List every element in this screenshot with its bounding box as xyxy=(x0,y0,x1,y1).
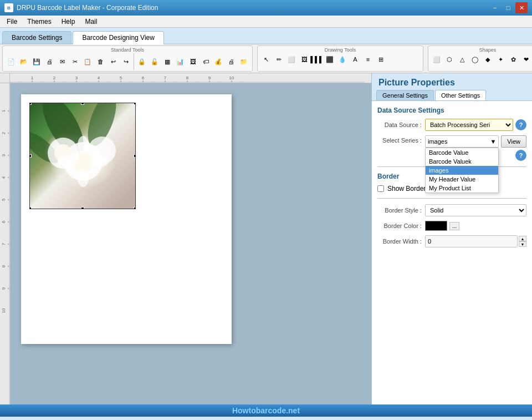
spin-up-btn[interactable]: ▲ xyxy=(519,236,526,241)
series-selected-value: images xyxy=(428,138,447,145)
tab-general-settings[interactable]: General Settings xyxy=(376,90,434,100)
tab-barcode-designing[interactable]: Barcode Designing View xyxy=(73,31,164,44)
tab-other-settings[interactable]: Other Settings xyxy=(435,90,486,100)
data-source-help-btn[interactable]: ? xyxy=(515,119,526,130)
design-surface xyxy=(21,94,232,344)
canvas-area: 1 2 3 4 5 6 7 8 9 10 xyxy=(0,73,371,404)
svg-text:10: 10 xyxy=(1,308,6,313)
svg-text:10: 10 xyxy=(229,75,234,80)
series-option-barcode-value[interactable]: Barcode Value xyxy=(426,148,498,157)
app-icon: B xyxy=(4,3,13,12)
print-btn[interactable]: 🖨 xyxy=(43,55,55,68)
close-button[interactable]: ✕ xyxy=(515,2,528,13)
svg-text:9: 9 xyxy=(1,287,6,290)
flower-svg xyxy=(30,103,136,209)
handle-ml[interactable] xyxy=(29,154,32,158)
align-btn[interactable]: 📊 xyxy=(174,55,186,68)
series-dropdown-open: Barcode Value Barcode Valuek images My H… xyxy=(425,148,499,193)
handle-bl[interactable] xyxy=(29,207,32,209)
text-btn[interactable]: A xyxy=(349,53,361,65)
svg-text:6: 6 xyxy=(142,75,145,80)
fill-btn[interactable]: ⬛ xyxy=(324,53,336,65)
show-border-checkbox[interactable] xyxy=(377,185,384,192)
undo-btn[interactable]: ↩ xyxy=(107,55,119,68)
handle-br[interactable] xyxy=(134,207,136,209)
cut-btn[interactable]: ✂ xyxy=(69,55,81,68)
rect-btn[interactable]: ⬜ xyxy=(285,53,298,65)
print2-btn[interactable]: 🖨 xyxy=(225,55,237,68)
ruler-top: 1 2 3 4 5 6 7 8 9 10 xyxy=(10,73,371,83)
data-source-select[interactable]: Batch Processing Seri xyxy=(425,119,513,131)
barcode-btn[interactable]: 🏷 xyxy=(200,55,212,68)
select-series-row: Select Series : images ▼ Barcode Value B… xyxy=(377,135,526,161)
mail-btn[interactable]: ✉ xyxy=(56,55,68,68)
border-width-control: ▲ ▼ xyxy=(425,235,526,247)
shape-rect[interactable]: ⬜ xyxy=(431,53,443,65)
handle-tr[interactable] xyxy=(134,103,136,105)
shape-diamond[interactable]: ◆ xyxy=(482,53,494,65)
shape-heart[interactable]: ❤ xyxy=(520,53,532,65)
footer-link[interactable]: Howtobarcode.net xyxy=(232,406,300,415)
border-color-label: Border Color : xyxy=(377,222,422,229)
series-option-my-product[interactable]: My Product List xyxy=(426,184,498,193)
spin-down-btn[interactable]: ▼ xyxy=(519,241,526,247)
border-width-label: Border Width : xyxy=(377,238,422,245)
border-color-swatch[interactable] xyxy=(425,221,447,231)
border-style-select[interactable]: Solid Dashed Dotted xyxy=(425,204,526,216)
image-btn[interactable]: 🖼 xyxy=(187,55,199,68)
price-btn[interactable]: 💰 xyxy=(212,55,224,68)
menu-mail[interactable]: Mail xyxy=(80,17,101,27)
image-element[interactable] xyxy=(29,103,136,209)
save-btn[interactable]: 💾 xyxy=(30,55,43,68)
toolbar-area: Standard Tools 📄 📂 💾 🖨 ✉ ✂ 📋 🗑 ↩ ↪ 🔒 🔓 ▦… xyxy=(0,44,532,73)
select-btn[interactable]: ↖ xyxy=(260,53,272,65)
border-color-picker-btn[interactable]: ... xyxy=(449,222,459,230)
minimize-button[interactable]: − xyxy=(489,2,501,13)
grid-btn[interactable]: ▦ xyxy=(161,55,173,68)
menu-help[interactable]: Help xyxy=(57,17,80,27)
tab-barcode-settings[interactable]: Barcode Settings xyxy=(2,31,71,44)
handle-tm[interactable] xyxy=(81,103,84,105)
shapes-group: Shapes ⬜ ⬡ △ ◯ ◆ ✦ ✿ ❤ ↩ xyxy=(428,45,532,72)
new-btn[interactable]: 📄 xyxy=(5,55,17,68)
unlock-btn[interactable]: 🔓 xyxy=(149,55,161,68)
shape-circle[interactable]: ◯ xyxy=(469,53,481,65)
title-bar-buttons: − □ ✕ xyxy=(489,2,528,13)
menu-themes[interactable]: Themes xyxy=(23,17,55,27)
series-help-btn[interactable]: ? xyxy=(515,150,526,161)
handle-bm[interactable] xyxy=(81,207,84,209)
handle-mr[interactable] xyxy=(134,154,136,158)
main-area: 1 2 3 4 5 6 7 8 9 10 xyxy=(0,73,532,404)
lines-btn[interactable]: ≡ xyxy=(362,53,374,65)
border-width-input[interactable] xyxy=(425,235,518,247)
table-btn[interactable]: ⊞ xyxy=(375,53,387,65)
svg-point-63 xyxy=(78,169,89,187)
redo-btn[interactable]: ↪ xyxy=(120,55,132,68)
series-option-my-header[interactable]: My Header Value xyxy=(426,175,498,184)
series-option-barcode-valuek[interactable]: Barcode Valuek xyxy=(426,157,498,166)
shape-star[interactable]: ✦ xyxy=(494,53,507,65)
dropper-btn[interactable]: 💧 xyxy=(336,53,349,65)
pencil-btn[interactable]: ✏ xyxy=(273,53,285,65)
handle-tl[interactable] xyxy=(29,103,32,105)
drawing-tools-buttons: ↖ ✏ ⬜ 🖼 ▌▌▌ ⬛ 💧 A ≡ ⊞ xyxy=(260,53,421,65)
svg-text:3: 3 xyxy=(1,154,6,156)
delete-btn[interactable]: 🗑 xyxy=(94,55,106,68)
lock-btn[interactable]: 🔒 xyxy=(136,55,148,68)
menu-file[interactable]: File xyxy=(2,17,22,27)
shape-flower[interactable]: ✿ xyxy=(507,53,519,65)
open-btn[interactable]: 📂 xyxy=(18,55,30,68)
series-dropdown-container: images ▼ Barcode Value Barcode Valuek im… xyxy=(425,135,499,148)
series-option-images[interactable]: images xyxy=(426,166,498,175)
folder-btn[interactable]: 📁 xyxy=(238,55,250,68)
image-draw-btn[interactable]: 🖼 xyxy=(298,53,310,65)
view-btn[interactable]: View xyxy=(501,135,526,148)
copy-btn[interactable]: 📋 xyxy=(81,55,94,68)
canvas-content xyxy=(10,83,371,404)
barcode-draw-btn[interactable]: ▌▌▌ xyxy=(311,53,323,65)
series-select-trigger[interactable]: images ▼ xyxy=(425,135,499,148)
shape-tri[interactable]: △ xyxy=(456,53,468,65)
restore-button[interactable]: □ xyxy=(502,2,514,13)
data-source-label: Data Source : xyxy=(377,122,422,128)
shape-hex[interactable]: ⬡ xyxy=(443,53,456,65)
